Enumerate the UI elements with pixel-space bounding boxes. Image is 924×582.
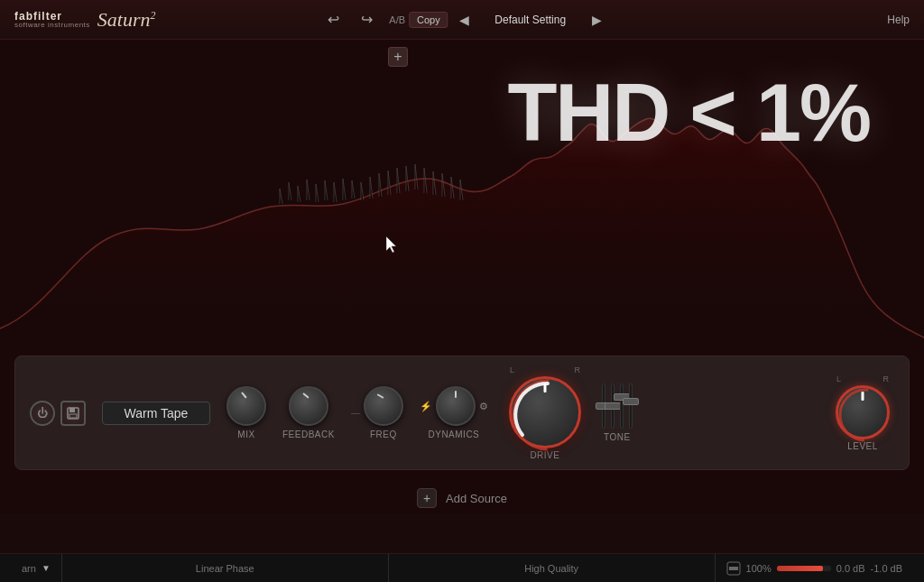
tone-fader-thumb-2[interactable] [605, 402, 621, 410]
logo-saturn: Saturn2 [97, 8, 156, 32]
zoom-icon [726, 561, 741, 576]
drive-knob[interactable] [509, 376, 581, 448]
freq-label: FREQ [370, 430, 397, 439]
redo-button[interactable]: ↪ [356, 9, 378, 30]
tone-fader-2 [611, 383, 614, 429]
gain-label: 0.0 dB [836, 563, 865, 574]
quality-section: High Quality [389, 554, 716, 582]
tone-faders [602, 383, 633, 429]
add-source-label: Add Source [446, 492, 507, 505]
power-button[interactable]: ⏻ [30, 401, 55, 426]
logo-subtitle: software instruments [14, 22, 90, 29]
zoom-meter [777, 566, 831, 571]
dynamics-knob-group: ⚡ ⚙ DYNAMICS [420, 386, 488, 439]
ab-label: A/B [389, 14, 405, 25]
tone-fader-thumb-4[interactable] [623, 398, 639, 405]
copy-button[interactable]: Copy [409, 12, 448, 28]
svg-rect-7 [729, 567, 738, 570]
output-label: -1.0 dB [871, 563, 902, 574]
feedback-knob[interactable] [289, 386, 328, 426]
thd-display: THD < 1% [507, 67, 870, 160]
svg-point-5 [840, 390, 891, 440]
top-center-controls: ↩ ↪ A/B Copy ◀ Default Setting ▶ [322, 9, 601, 30]
tone-fader-track-4[interactable] [629, 383, 633, 429]
add-source-button[interactable]: + [417, 488, 437, 508]
tone-section: TONE [602, 383, 633, 442]
mix-knob[interactable] [226, 386, 266, 426]
tone-label: TONE [604, 432, 631, 442]
learn-label: arn [22, 563, 36, 574]
logo-fabfilter: fabfilter [14, 11, 90, 22]
dynamics-icon-left: ⚡ [420, 401, 432, 412]
svg-rect-2 [69, 408, 75, 412]
quality-mode: High Quality [524, 563, 578, 574]
level-knob[interactable] [836, 385, 890, 439]
dynamics-knob[interactable] [436, 386, 476, 426]
learn-section: arn ▼ [11, 554, 62, 582]
tone-fader-track-3[interactable] [620, 383, 624, 429]
ab-copy-group: A/B Copy [389, 12, 448, 28]
strip-controls: ⏻ [30, 401, 86, 426]
channel-strip-wrapper: ⏻ Warm Tape MIX FEEDBACK [0, 346, 924, 479]
drive-lr-label: L R [504, 365, 586, 374]
freq-knob[interactable] [364, 386, 403, 426]
preset-next-button[interactable]: ▶ [592, 13, 602, 27]
phase-mode: Linear Phase [196, 563, 254, 574]
main-display: + THD < 1% [0, 40, 924, 346]
mix-knob-group: MIX [226, 386, 266, 439]
undo-button[interactable]: ↩ [322, 9, 345, 30]
dynamics-icon-right: ⚙ [479, 401, 488, 412]
strip-preset-name[interactable]: Warm Tape [102, 402, 210, 425]
preset-name: Default Setting [476, 14, 585, 26]
level-section: L R LEVEL [831, 374, 894, 451]
mix-label: MIX [237, 430, 254, 439]
help-button[interactable]: Help [887, 14, 910, 26]
bottom-bar: arn ▼ Linear Phase High Quality 100% 0.0… [0, 553, 924, 582]
preset-prev-button[interactable]: ◀ [459, 13, 469, 27]
tone-fader-4 [629, 383, 633, 429]
logo-group: fabfilter software instruments Saturn2 [14, 8, 156, 32]
learn-dropdown[interactable]: ▼ [42, 563, 51, 573]
feedback-knob-group: FEEDBACK [282, 386, 335, 439]
channel-strip: ⏻ Warm Tape MIX FEEDBACK [14, 356, 910, 470]
phase-section: Linear Phase [62, 554, 389, 582]
zoom-label: 100% [746, 563, 772, 574]
add-source-row: + Add Source [0, 479, 924, 513]
save-button[interactable] [60, 401, 86, 426]
tone-fader-3 [620, 383, 624, 429]
drive-section: L R DRIVE [504, 365, 586, 460]
top-bar: fabfilter software instruments Saturn2 ↩… [0, 0, 924, 40]
level-lr-label: L R [831, 374, 894, 383]
zoom-meter-fill [777, 566, 823, 571]
tone-fader-track-2[interactable] [611, 383, 614, 429]
feedback-label: FEEDBACK [282, 430, 335, 439]
freq-knob-group: FREQ [364, 386, 403, 439]
logo-area: fabfilter software instruments [14, 11, 90, 29]
feedback-freq-separator: — [351, 408, 360, 418]
add-band-button[interactable]: + [388, 47, 408, 67]
dynamics-label: DYNAMICS [429, 430, 480, 439]
svg-rect-3 [69, 414, 77, 418]
zoom-section: 100% 0.0 dB -1.0 dB [716, 554, 913, 582]
preset-nav: ◀ Default Setting ▶ [459, 13, 602, 27]
